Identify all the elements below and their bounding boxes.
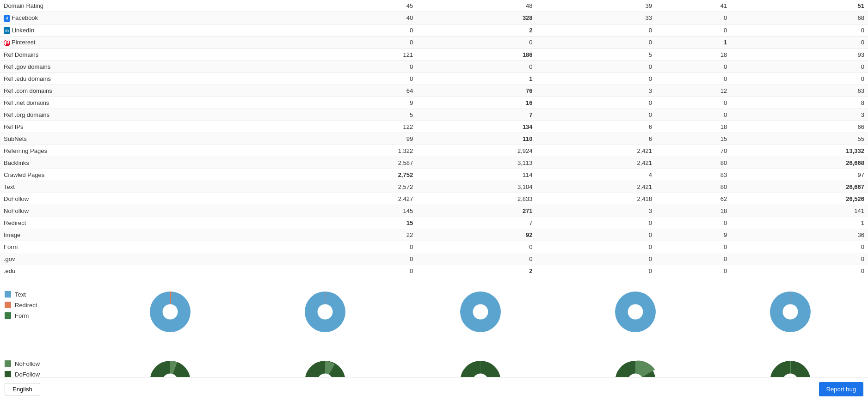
row-v2: 0 [417,241,536,253]
row-v1: 22 [297,229,417,241]
row-v2: 3,104 [417,181,536,193]
row-v1: 9 [297,97,417,109]
row-v1: 15 [297,217,417,229]
row-v4: 0 [656,217,731,229]
row-v3: 5 [536,49,656,61]
row-label: Redirect [0,217,297,229]
nofollow-color-dot [5,360,11,367]
row-v4: 12 [656,85,731,97]
row-v2: 0 [417,61,536,73]
row-v3: 2,421 [536,157,656,169]
footer-bar: English Report bug [0,377,868,401]
row-v1: 2,752 [297,169,417,181]
row-v1: 2,427 [297,193,417,205]
row-v1: 122 [297,121,417,133]
pie-1-5 [713,286,868,337]
row-v2: 134 [417,121,536,133]
row-v3: 3 [536,85,656,97]
row-v3: 0 [536,253,656,265]
row-v1: 0 [297,265,417,277]
row-label: Domain Rating [0,0,297,12]
row-label: Ref .com domains [0,85,297,97]
row-v3: 0 [536,97,656,109]
row-v2: 3,113 [417,157,536,169]
row-v2: 48 [417,0,536,12]
legend-redirect-label: Redirect [15,302,37,309]
row-label: Facebook [0,12,297,24]
row-v5: 63 [731,85,868,97]
row-v1: 64 [297,85,417,97]
row-v2: 2,833 [417,193,536,205]
row-v1: 2,587 [297,157,417,169]
row-v4: 18 [656,205,731,217]
row-v4: 80 [656,181,731,193]
row-label: Referring Pages [0,145,297,157]
row-v2: 92 [417,229,536,241]
row-v5: 8 [731,97,868,109]
row-v2: 114 [417,169,536,181]
row-v3: 6 [536,133,656,145]
legend-form: Form [5,312,88,319]
row-v3: 33 [536,12,656,24]
row-v1: 99 [297,133,417,145]
row-v5: 0 [731,73,868,85]
row-v4: 83 [656,169,731,181]
report-bug-button[interactable]: Report bug [819,382,863,396]
charts-row-1: Text Redirect Form [0,282,868,342]
language-button[interactable]: English [5,383,40,395]
row-label: LinkedIn [0,24,297,36]
row-v1: 121 [297,49,417,61]
row-label: .edu [0,265,297,277]
legend-text: Text [5,291,88,298]
row-v5: 0 [731,241,868,253]
row-v2: 0 [417,36,536,49]
row-v1: 0 [297,61,417,73]
row-v4: 1 [656,36,731,49]
row-v2: 271 [417,205,536,217]
row-label: Pinterest [0,36,297,49]
row-v4: 0 [656,265,731,277]
row-label: Form [0,241,297,253]
row-v3: 2,421 [536,145,656,157]
row-v4: 18 [656,121,731,133]
row-label: Backlinks [0,157,297,169]
row-v3: 4 [536,169,656,181]
row-v1: 0 [297,36,417,49]
row-v1: 2,572 [297,181,417,193]
form-color-dot [5,312,11,319]
row-v4: 0 [656,241,731,253]
row-v2: 2 [417,265,536,277]
row-v3: 0 [536,24,656,36]
row-v2: 0 [417,253,536,265]
row-v3: 0 [536,241,656,253]
data-table: Domain Rating 45 48 39 41 51 Facebook 40… [0,0,868,277]
row-v5: 55 [731,133,868,145]
row-v2: 2,924 [417,145,536,157]
row-v2: 16 [417,97,536,109]
pie-1-3 [403,286,558,337]
row-v3: 0 [536,229,656,241]
row-label: Image [0,229,297,241]
row-v5: 93 [731,49,868,61]
row-v5: 0 [731,253,868,265]
pie-1-4 [558,286,713,337]
row-label: Ref .edu domains [0,73,297,85]
row-v4: 0 [656,97,731,109]
svg-point-8 [473,304,488,319]
row-v2: 328 [417,12,536,24]
row-v5: 26,668 [731,157,868,169]
row-v5: 141 [731,205,868,217]
row-v4: 62 [656,193,731,205]
row-v5: 0 [731,24,868,36]
row-v4: 0 [656,61,731,73]
row-v4: 0 [656,24,731,36]
svg-point-10 [628,304,643,319]
row-v3: 2,418 [536,193,656,205]
row-v5: 36 [731,229,868,241]
row-v4: 70 [656,145,731,157]
main-container: Domain Rating 45 48 39 41 51 Facebook 40… [0,0,868,401]
row-v1: 0 [297,73,417,85]
row-v4: 15 [656,133,731,145]
row-v4: 0 [656,109,731,121]
row-v5: 66 [731,121,868,133]
